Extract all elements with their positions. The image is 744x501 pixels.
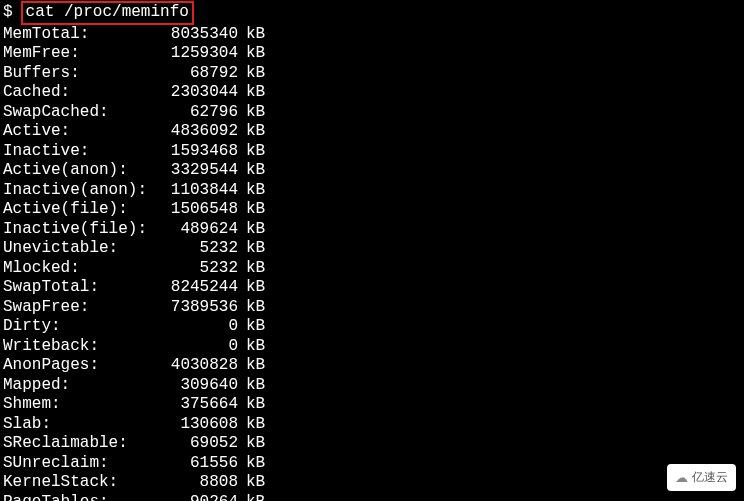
meminfo-row: Active(file):1506548kB [3,200,741,220]
meminfo-value: 0 [158,337,238,357]
meminfo-row: SwapFree:7389536kB [3,298,741,318]
meminfo-value: 1103844 [158,181,238,201]
meminfo-unit: kB [246,83,265,103]
meminfo-unit: kB [246,434,265,454]
meminfo-unit: kB [246,317,265,337]
meminfo-value: 8035340 [158,25,238,45]
meminfo-value: 5232 [158,259,238,279]
meminfo-label: SwapTotal: [3,278,158,298]
meminfo-row: Inactive:1593468kB [3,142,741,162]
meminfo-label: SUnreclaim: [3,454,158,474]
meminfo-unit: kB [246,415,265,435]
meminfo-label: MemTotal: [3,25,158,45]
meminfo-value: 62796 [158,103,238,123]
meminfo-label: Dirty: [3,317,158,337]
meminfo-row: Inactive(anon):1103844kB [3,181,741,201]
meminfo-row: SReclaimable:69052kB [3,434,741,454]
meminfo-unit: kB [246,122,265,142]
meminfo-value: 61556 [158,454,238,474]
meminfo-value: 90264 [158,493,238,502]
meminfo-label: Active: [3,122,158,142]
meminfo-label: Cached: [3,83,158,103]
meminfo-unit: kB [246,161,265,181]
meminfo-label: Active(anon): [3,161,158,181]
meminfo-value: 1506548 [158,200,238,220]
meminfo-row: PageTables:90264kB [3,493,741,502]
meminfo-row: Mlocked:5232kB [3,259,741,279]
meminfo-label: Mlocked: [3,259,158,279]
meminfo-label: SwapCached: [3,103,158,123]
meminfo-unit: kB [246,142,265,162]
meminfo-label: SwapFree: [3,298,158,318]
meminfo-label: Buffers: [3,64,158,84]
meminfo-unit: kB [246,44,265,64]
meminfo-row: Cached:2303044kB [3,83,741,103]
meminfo-unit: kB [246,395,265,415]
meminfo-label: Inactive: [3,142,158,162]
meminfo-label: Mapped: [3,376,158,396]
meminfo-value: 130608 [158,415,238,435]
watermark-text: 亿速云 [692,468,728,488]
meminfo-row: Slab:130608kB [3,415,741,435]
meminfo-value: 1593468 [158,142,238,162]
meminfo-label: Inactive(file): [3,220,158,240]
meminfo-unit: kB [246,298,265,318]
meminfo-row: Writeback:0kB [3,337,741,357]
meminfo-unit: kB [246,376,265,396]
meminfo-label: Unevictable: [3,239,158,259]
meminfo-label: SReclaimable: [3,434,158,454]
meminfo-row: MemTotal:8035340kB [3,25,741,45]
meminfo-row: Inactive(file):489624kB [3,220,741,240]
meminfo-value: 3329544 [158,161,238,181]
meminfo-unit: kB [246,181,265,201]
meminfo-row: Buffers:68792kB [3,64,741,84]
meminfo-label: Active(file): [3,200,158,220]
meminfo-row: Dirty:0kB [3,317,741,337]
meminfo-value: 8808 [158,473,238,493]
meminfo-value: 5232 [158,239,238,259]
meminfo-output: MemTotal:8035340kBMemFree:1259304kBBuffe… [3,25,741,502]
meminfo-unit: kB [246,493,265,502]
meminfo-unit: kB [246,278,265,298]
meminfo-label: Slab: [3,415,158,435]
cloud-icon: ☁ [675,468,688,488]
meminfo-value: 69052 [158,434,238,454]
prompt-symbol: $ [3,3,13,23]
meminfo-value: 7389536 [158,298,238,318]
meminfo-row: Active(anon):3329544kB [3,161,741,181]
meminfo-label: MemFree: [3,44,158,64]
meminfo-row: AnonPages:4030828kB [3,356,741,376]
meminfo-unit: kB [246,259,265,279]
meminfo-unit: kB [246,103,265,123]
meminfo-row: Shmem:375664kB [3,395,741,415]
meminfo-label: Writeback: [3,337,158,357]
meminfo-value: 375664 [158,395,238,415]
meminfo-value: 68792 [158,64,238,84]
meminfo-row: SwapTotal:8245244kB [3,278,741,298]
meminfo-label: KernelStack: [3,473,158,493]
meminfo-value: 4836092 [158,122,238,142]
meminfo-value: 8245244 [158,278,238,298]
meminfo-value: 4030828 [158,356,238,376]
meminfo-row: Unevictable:5232kB [3,239,741,259]
prompt-line: $ cat /proc/meminfo [3,1,741,25]
meminfo-unit: kB [246,25,265,45]
meminfo-label: Inactive(anon): [3,181,158,201]
meminfo-value: 309640 [158,376,238,396]
meminfo-row: Mapped:309640kB [3,376,741,396]
meminfo-label: Shmem: [3,395,158,415]
meminfo-row: Active:4836092kB [3,122,741,142]
meminfo-unit: kB [246,337,265,357]
meminfo-unit: kB [246,356,265,376]
meminfo-row: KernelStack:8808kB [3,473,741,493]
meminfo-label: PageTables: [3,493,158,502]
meminfo-value: 1259304 [158,44,238,64]
meminfo-unit: kB [246,200,265,220]
meminfo-value: 489624 [158,220,238,240]
meminfo-unit: kB [246,220,265,240]
meminfo-unit: kB [246,454,265,474]
command-highlight-box: cat /proc/meminfo [21,1,194,25]
meminfo-row: MemFree:1259304kB [3,44,741,64]
meminfo-unit: kB [246,64,265,84]
meminfo-unit: kB [246,473,265,493]
